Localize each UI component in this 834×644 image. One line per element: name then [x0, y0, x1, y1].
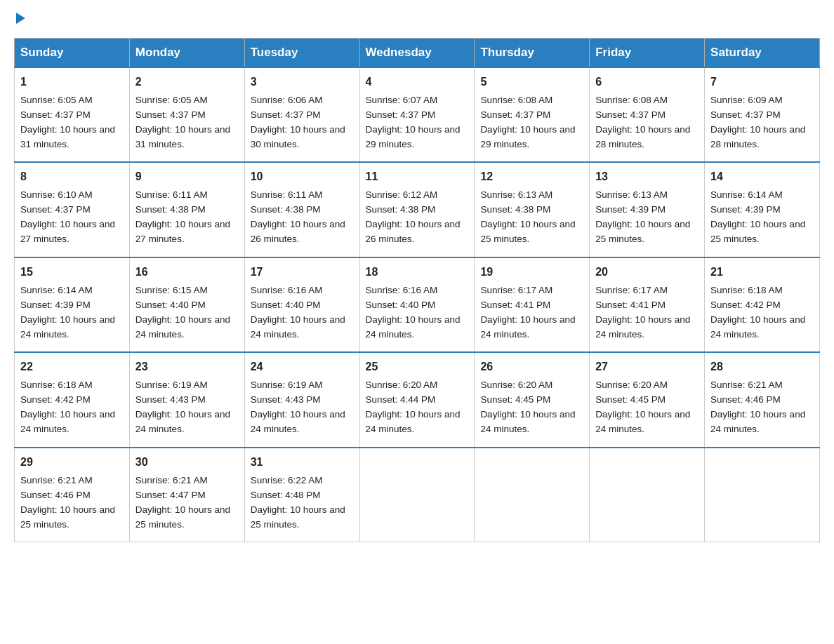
calendar-cell: 17Sunrise: 6:16 AMSunset: 4:40 PMDayligh…: [244, 257, 359, 352]
sunset-text: Sunset: 4:47 PM: [135, 490, 206, 500]
calendar-cell: 12Sunrise: 6:13 AMSunset: 4:38 PMDayligh…: [475, 162, 590, 257]
sunset-text: Sunset: 4:43 PM: [135, 394, 206, 405]
calendar-cell: 20Sunrise: 6:17 AMSunset: 4:41 PMDayligh…: [590, 257, 705, 352]
sunrise-text: Sunrise: 6:18 AM: [710, 285, 783, 295]
day-number: 14: [710, 168, 814, 186]
calendar-cell: 22Sunrise: 6:18 AMSunset: 4:42 PMDayligh…: [15, 352, 130, 447]
daylight-text: Daylight: 10 hours and 24 minutes.: [20, 409, 115, 434]
daylight-text: Daylight: 10 hours and 24 minutes.: [480, 409, 575, 434]
sunset-text: Sunset: 4:37 PM: [710, 109, 781, 120]
sunrise-text: Sunrise: 6:20 AM: [480, 380, 552, 390]
calendar-cell: 13Sunrise: 6:13 AMSunset: 4:39 PMDayligh…: [590, 162, 705, 257]
day-number: 15: [20, 264, 124, 281]
sunrise-text: Sunrise: 6:16 AM: [366, 285, 438, 295]
calendar-cell: 9Sunrise: 6:11 AMSunset: 4:38 PMDaylight…: [129, 162, 244, 257]
daylight-text: Daylight: 10 hours and 24 minutes.: [135, 314, 230, 340]
calendar-week-row: 1Sunrise: 6:05 AMSunset: 4:37 PMDaylight…: [15, 67, 820, 162]
day-number: 29: [20, 454, 124, 471]
calendar-cell: [359, 448, 475, 542]
calendar-week-row: 15Sunrise: 6:14 AMSunset: 4:39 PMDayligh…: [15, 257, 820, 352]
daylight-text: Daylight: 10 hours and 27 minutes.: [135, 219, 230, 244]
day-number: 23: [135, 358, 239, 376]
calendar-week-row: 8Sunrise: 6:10 AMSunset: 4:37 PMDaylight…: [15, 162, 820, 257]
sunrise-text: Sunrise: 6:13 AM: [595, 189, 668, 200]
sunrise-text: Sunrise: 6:19 AM: [251, 380, 323, 390]
sunrise-text: Sunrise: 6:11 AM: [135, 189, 208, 200]
daylight-text: Daylight: 10 hours and 31 minutes.: [20, 124, 115, 149]
day-number: 3: [251, 74, 354, 91]
day-number: 16: [135, 264, 239, 281]
calendar-cell: 5Sunrise: 6:08 AMSunset: 4:37 PMDaylight…: [475, 67, 590, 162]
day-number: 27: [595, 358, 699, 376]
sunset-text: Sunset: 4:37 PM: [480, 109, 550, 120]
sunrise-text: Sunrise: 6:22 AM: [251, 475, 323, 485]
sunset-text: Sunset: 4:37 PM: [595, 109, 666, 120]
calendar-cell: 28Sunrise: 6:21 AMSunset: 4:46 PMDayligh…: [705, 352, 820, 447]
daylight-text: Daylight: 10 hours and 29 minutes.: [366, 124, 461, 149]
daylight-text: Daylight: 10 hours and 26 minutes.: [251, 219, 345, 244]
daylight-text: Daylight: 10 hours and 31 minutes.: [135, 124, 230, 149]
col-header-tuesday: Tuesday: [244, 39, 359, 68]
sunrise-text: Sunrise: 6:05 AM: [135, 95, 208, 105]
calendar-cell: 10Sunrise: 6:11 AMSunset: 4:38 PMDayligh…: [244, 162, 359, 257]
day-number: 22: [20, 358, 124, 376]
calendar-week-row: 22Sunrise: 6:18 AMSunset: 4:42 PMDayligh…: [15, 352, 820, 447]
sunrise-text: Sunrise: 6:20 AM: [366, 380, 438, 390]
sunset-text: Sunset: 4:40 PM: [135, 300, 206, 310]
sunrise-text: Sunrise: 6:07 AM: [366, 95, 438, 105]
calendar-cell: 8Sunrise: 6:10 AMSunset: 4:37 PMDaylight…: [15, 162, 130, 257]
sunset-text: Sunset: 4:38 PM: [251, 204, 321, 215]
daylight-text: Daylight: 10 hours and 24 minutes.: [366, 409, 461, 434]
sunrise-text: Sunrise: 6:05 AM: [20, 95, 93, 105]
day-number: 26: [480, 358, 583, 376]
sunrise-text: Sunrise: 6:21 AM: [135, 475, 208, 485]
col-header-thursday: Thursday: [475, 39, 590, 68]
sunrise-text: Sunrise: 6:08 AM: [595, 95, 668, 105]
daylight-text: Daylight: 10 hours and 24 minutes.: [595, 314, 690, 340]
sunrise-text: Sunrise: 6:17 AM: [595, 285, 668, 295]
sunset-text: Sunset: 4:37 PM: [20, 109, 91, 120]
calendar-cell: 19Sunrise: 6:17 AMSunset: 4:41 PMDayligh…: [475, 257, 590, 352]
sunrise-text: Sunrise: 6:21 AM: [710, 380, 783, 390]
sunset-text: Sunset: 4:39 PM: [595, 204, 666, 215]
sunset-text: Sunset: 4:40 PM: [251, 300, 321, 310]
calendar-cell: 7Sunrise: 6:09 AMSunset: 4:37 PMDaylight…: [705, 67, 820, 162]
day-number: 1: [20, 74, 124, 91]
calendar-cell: 16Sunrise: 6:15 AMSunset: 4:40 PMDayligh…: [129, 257, 244, 352]
sunrise-text: Sunrise: 6:12 AM: [366, 189, 438, 200]
sunset-text: Sunset: 4:41 PM: [480, 300, 550, 310]
daylight-text: Daylight: 10 hours and 25 minutes.: [710, 219, 805, 244]
sunset-text: Sunset: 4:43 PM: [251, 394, 321, 405]
sunrise-text: Sunrise: 6:14 AM: [20, 285, 93, 295]
day-number: 11: [366, 168, 469, 186]
sunset-text: Sunset: 4:38 PM: [135, 204, 206, 215]
day-number: 6: [595, 74, 699, 91]
col-header-friday: Friday: [590, 39, 705, 68]
calendar-cell: 27Sunrise: 6:20 AMSunset: 4:45 PMDayligh…: [590, 352, 705, 447]
sunset-text: Sunset: 4:37 PM: [366, 109, 436, 120]
day-number: 17: [251, 264, 354, 281]
day-number: 2: [135, 74, 239, 91]
sunset-text: Sunset: 4:39 PM: [710, 204, 781, 215]
calendar-cell: 15Sunrise: 6:14 AMSunset: 4:39 PMDayligh…: [15, 257, 130, 352]
daylight-text: Daylight: 10 hours and 27 minutes.: [20, 219, 115, 244]
col-header-wednesday: Wednesday: [359, 39, 475, 68]
daylight-text: Daylight: 10 hours and 24 minutes.: [710, 314, 805, 340]
calendar-cell: [475, 448, 590, 542]
calendar-header-row: Sunday Monday Tuesday Wednesday Thursday…: [15, 39, 820, 68]
daylight-text: Daylight: 10 hours and 24 minutes.: [135, 409, 230, 434]
day-number: 31: [251, 454, 354, 471]
calendar-cell: 25Sunrise: 6:20 AMSunset: 4:44 PMDayligh…: [359, 352, 475, 447]
sunrise-text: Sunrise: 6:11 AM: [251, 189, 323, 200]
sunrise-text: Sunrise: 6:06 AM: [251, 95, 323, 105]
calendar-week-row: 29Sunrise: 6:21 AMSunset: 4:46 PMDayligh…: [15, 448, 820, 542]
day-number: 8: [20, 168, 124, 186]
sunset-text: Sunset: 4:39 PM: [20, 300, 91, 310]
sunset-text: Sunset: 4:42 PM: [20, 394, 91, 405]
sunset-text: Sunset: 4:45 PM: [480, 394, 550, 405]
sunrise-text: Sunrise: 6:13 AM: [480, 189, 552, 200]
day-number: 4: [366, 74, 469, 91]
calendar-cell: 4Sunrise: 6:07 AMSunset: 4:37 PMDaylight…: [359, 67, 475, 162]
daylight-text: Daylight: 10 hours and 24 minutes.: [20, 314, 115, 340]
sunset-text: Sunset: 4:42 PM: [710, 300, 781, 310]
